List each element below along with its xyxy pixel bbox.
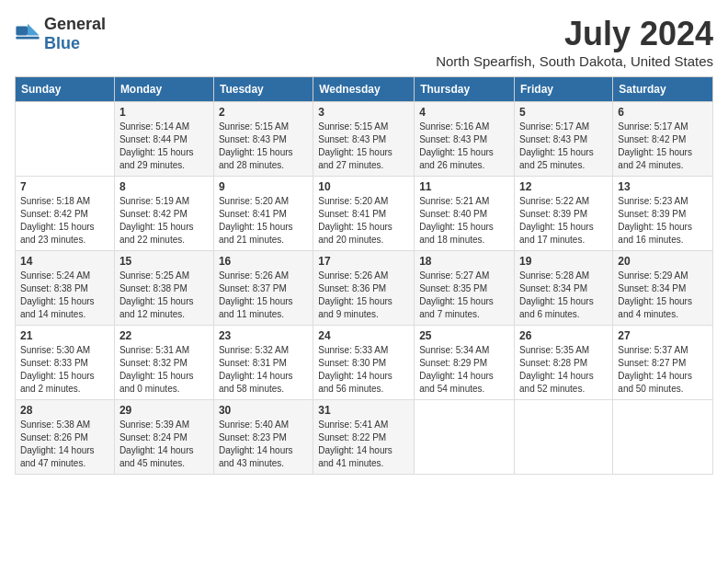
calendar-cell: 23Sunrise: 5:32 AM Sunset: 8:31 PM Dayli… [213,326,313,400]
day-info: Sunrise: 5:20 AM Sunset: 8:41 PM Dayligh… [219,195,308,247]
svg-marker-1 [28,24,40,36]
calendar-cell: 11Sunrise: 5:21 AM Sunset: 8:40 PM Dayli… [415,177,515,251]
header-sunday: Sunday [16,77,115,102]
day-number: 17 [318,255,409,268]
calendar-cell: 2Sunrise: 5:15 AM Sunset: 8:43 PM Daylig… [213,102,313,177]
day-number: 14 [20,255,109,268]
day-number: 12 [519,180,608,193]
day-info: Sunrise: 5:26 AM Sunset: 8:36 PM Dayligh… [318,270,409,321]
calendar-cell: 19Sunrise: 5:28 AM Sunset: 8:34 PM Dayli… [515,251,613,326]
day-number: 9 [219,180,308,193]
day-info: Sunrise: 5:28 AM Sunset: 8:34 PM Dayligh… [519,270,608,321]
calendar-week-row: 1Sunrise: 5:14 AM Sunset: 8:44 PM Daylig… [16,102,713,177]
day-info: Sunrise: 5:25 AM Sunset: 8:38 PM Dayligh… [119,270,209,321]
day-info: Sunrise: 5:30 AM Sunset: 8:33 PM Dayligh… [20,344,109,396]
day-info: Sunrise: 5:40 AM Sunset: 8:23 PM Dayligh… [219,419,308,470]
day-info: Sunrise: 5:29 AM Sunset: 8:34 PM Dayligh… [618,270,708,321]
subtitle: North Spearfish, South Dakota, United St… [436,53,713,69]
header-thursday: Thursday [415,77,515,102]
calendar-table: SundayMondayTuesdayWednesdayThursdayFrid… [15,76,713,475]
day-info: Sunrise: 5:15 AM Sunset: 8:43 PM Dayligh… [318,121,409,172]
day-number: 2 [219,106,308,119]
day-number: 23 [219,329,308,342]
calendar-cell: 9Sunrise: 5:20 AM Sunset: 8:41 PM Daylig… [213,177,313,251]
day-info: Sunrise: 5:26 AM Sunset: 8:37 PM Dayligh… [219,270,308,321]
header-monday: Monday [114,77,213,102]
logo-blue: Blue [44,34,80,52]
header-saturday: Saturday [613,77,713,102]
day-number: 6 [618,106,708,119]
calendar-week-row: 28Sunrise: 5:38 AM Sunset: 8:26 PM Dayli… [16,400,713,475]
day-number: 16 [219,255,308,268]
calendar-cell [613,400,713,475]
logo-icon [15,21,40,47]
calendar-cell: 31Sunrise: 5:41 AM Sunset: 8:22 PM Dayli… [313,400,415,475]
day-number: 19 [519,255,608,268]
logo: General Blue [15,15,106,53]
day-number: 7 [20,180,109,193]
day-number: 18 [419,255,509,268]
calendar-cell: 6Sunrise: 5:17 AM Sunset: 8:42 PM Daylig… [613,102,713,177]
calendar-header-row: SundayMondayTuesdayWednesdayThursdayFrid… [16,77,713,102]
day-number: 15 [119,255,209,268]
day-info: Sunrise: 5:31 AM Sunset: 8:32 PM Dayligh… [119,344,209,396]
day-info: Sunrise: 5:19 AM Sunset: 8:42 PM Dayligh… [119,195,209,247]
calendar-cell: 3Sunrise: 5:15 AM Sunset: 8:43 PM Daylig… [313,102,415,177]
day-number: 31 [318,404,409,417]
day-info: Sunrise: 5:41 AM Sunset: 8:22 PM Dayligh… [318,419,409,470]
day-info: Sunrise: 5:32 AM Sunset: 8:31 PM Dayligh… [219,344,308,396]
calendar-cell: 17Sunrise: 5:26 AM Sunset: 8:36 PM Dayli… [313,251,415,326]
day-number: 29 [119,404,209,417]
day-number: 5 [519,106,608,119]
calendar-cell [515,400,613,475]
day-number: 4 [419,106,509,119]
day-info: Sunrise: 5:34 AM Sunset: 8:29 PM Dayligh… [419,344,509,396]
title-area: July 2024 North Spearfish, South Dakota,… [436,15,713,69]
day-number: 13 [618,180,708,193]
day-number: 8 [119,180,209,193]
day-number: 26 [519,329,608,342]
day-number: 27 [618,329,708,342]
logo-general: General [44,15,106,33]
day-info: Sunrise: 5:27 AM Sunset: 8:35 PM Dayligh… [419,270,509,321]
calendar-cell: 24Sunrise: 5:33 AM Sunset: 8:30 PM Dayli… [313,326,415,400]
calendar-cell: 13Sunrise: 5:23 AM Sunset: 8:39 PM Dayli… [613,177,713,251]
day-number: 22 [119,329,209,342]
calendar-cell: 1Sunrise: 5:14 AM Sunset: 8:44 PM Daylig… [114,102,213,177]
header-wednesday: Wednesday [313,77,415,102]
calendar-cell: 29Sunrise: 5:39 AM Sunset: 8:24 PM Dayli… [114,400,213,475]
day-info: Sunrise: 5:23 AM Sunset: 8:39 PM Dayligh… [618,195,708,247]
day-info: Sunrise: 5:17 AM Sunset: 8:43 PM Dayligh… [519,121,608,172]
day-info: Sunrise: 5:20 AM Sunset: 8:41 PM Dayligh… [318,195,409,247]
day-info: Sunrise: 5:35 AM Sunset: 8:28 PM Dayligh… [519,344,608,396]
calendar-cell: 20Sunrise: 5:29 AM Sunset: 8:34 PM Dayli… [613,251,713,326]
header-friday: Friday [515,77,613,102]
calendar-week-row: 7Sunrise: 5:18 AM Sunset: 8:42 PM Daylig… [16,177,713,251]
day-number: 20 [618,255,708,268]
day-info: Sunrise: 5:22 AM Sunset: 8:39 PM Dayligh… [519,195,608,247]
day-info: Sunrise: 5:14 AM Sunset: 8:44 PM Dayligh… [119,121,209,172]
calendar-cell: 12Sunrise: 5:22 AM Sunset: 8:39 PM Dayli… [515,177,613,251]
calendar-cell: 27Sunrise: 5:37 AM Sunset: 8:27 PM Dayli… [613,326,713,400]
main-title: July 2024 [436,15,713,53]
day-number: 30 [219,404,308,417]
day-number: 3 [318,106,409,119]
day-number: 10 [318,180,409,193]
calendar-cell: 8Sunrise: 5:19 AM Sunset: 8:42 PM Daylig… [114,177,213,251]
calendar-cell: 16Sunrise: 5:26 AM Sunset: 8:37 PM Dayli… [213,251,313,326]
calendar-cell: 21Sunrise: 5:30 AM Sunset: 8:33 PM Dayli… [16,326,115,400]
svg-rect-0 [16,27,28,36]
header-tuesday: Tuesday [213,77,313,102]
day-info: Sunrise: 5:39 AM Sunset: 8:24 PM Dayligh… [119,419,209,470]
calendar-cell: 10Sunrise: 5:20 AM Sunset: 8:41 PM Dayli… [313,177,415,251]
day-info: Sunrise: 5:18 AM Sunset: 8:42 PM Dayligh… [20,195,109,247]
day-info: Sunrise: 5:24 AM Sunset: 8:38 PM Dayligh… [20,270,109,321]
day-info: Sunrise: 5:21 AM Sunset: 8:40 PM Dayligh… [419,195,509,247]
day-info: Sunrise: 5:15 AM Sunset: 8:43 PM Dayligh… [219,121,308,172]
calendar-cell [16,102,115,177]
day-info: Sunrise: 5:17 AM Sunset: 8:42 PM Dayligh… [618,121,708,172]
calendar-week-row: 14Sunrise: 5:24 AM Sunset: 8:38 PM Dayli… [16,251,713,326]
day-number: 11 [419,180,509,193]
calendar-cell: 18Sunrise: 5:27 AM Sunset: 8:35 PM Dayli… [415,251,515,326]
calendar-cell [415,400,515,475]
